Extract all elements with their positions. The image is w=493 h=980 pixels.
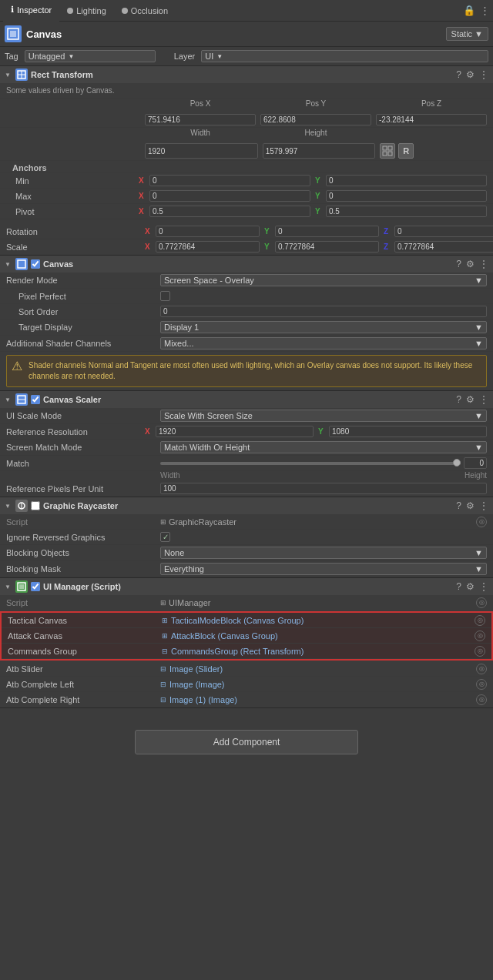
gr-help-icon[interactable]: ? bbox=[456, 500, 461, 511]
cs-more-icon[interactable]: ⋮ bbox=[479, 394, 488, 405]
canvas-scaler-checkbox[interactable] bbox=[31, 395, 40, 404]
canvas-scaler-header[interactable]: ▼ Canvas Scaler ? ⚙ ⋮ bbox=[0, 391, 493, 408]
rect-transform-section: ▼ Rect Transform ? ⚙ ⋮ Some values drive… bbox=[0, 66, 493, 256]
gr-script-select-icon[interactable]: ◎ bbox=[476, 517, 487, 527]
blocking-objects-dropdown[interactable]: None ▼ bbox=[160, 547, 487, 559]
tactical-select-icon[interactable]: ◎ bbox=[475, 615, 485, 626]
screen-match-dropdown[interactable]: Match Width Or Height ▼ bbox=[160, 441, 487, 453]
screen-match-row: Screen Match Mode Match Width Or Height … bbox=[0, 440, 493, 456]
add-component-button[interactable]: Add Component bbox=[135, 730, 358, 754]
uim-settings-icon[interactable]: ⚙ bbox=[466, 581, 475, 592]
anchor-max-y-input[interactable]: 0 bbox=[326, 190, 487, 202]
driven-message: Some values driven by Canvas. bbox=[0, 83, 493, 99]
layer-select[interactable]: UI ▼ bbox=[201, 50, 488, 62]
cs-settings-icon[interactable]: ⚙ bbox=[466, 394, 475, 405]
match-slider-sublabels: Width Height bbox=[0, 471, 493, 481]
pivot-x-input[interactable]: 0.5 bbox=[149, 206, 310, 217]
scale-z-input[interactable]: 0.7727864 bbox=[394, 241, 493, 253]
ui-manager-header[interactable]: ▼ UI Manager (Script) ? ⚙ ⋮ bbox=[0, 578, 493, 595]
anchor-min-y-input[interactable]: 0 bbox=[326, 175, 487, 186]
gr-settings-icon[interactable]: ⚙ bbox=[466, 500, 475, 511]
gr-script-value: ⊞ GraphicRaycaster ◎ bbox=[160, 517, 487, 527]
rot-y-input[interactable]: 0 bbox=[275, 226, 379, 237]
canvas-enabled-checkbox[interactable] bbox=[31, 259, 40, 269]
graphic-raycaster-header[interactable]: ▼ Graphic Raycaster ? ⚙ ⋮ bbox=[0, 497, 493, 514]
scale-y-input[interactable]: 0.7727864 bbox=[275, 241, 379, 253]
inspector-icon: ℹ bbox=[11, 5, 14, 15]
canvas-help-icon[interactable]: ? bbox=[456, 259, 461, 269]
pixel-perfect-checkbox[interactable] bbox=[160, 291, 170, 301]
tab-inspector[interactable]: ℹ Inspector bbox=[3, 0, 59, 22]
height-header: Height bbox=[260, 129, 371, 141]
sort-order-input[interactable]: 0 bbox=[160, 306, 487, 317]
rot-x-input[interactable]: 0 bbox=[156, 226, 260, 237]
pos-z-input[interactable]: -23.28144 bbox=[376, 114, 487, 125]
uim-enabled-checkbox[interactable] bbox=[31, 582, 40, 591]
width-input[interactable]: 1920 bbox=[145, 143, 258, 159]
static-chevron-icon: ▼ bbox=[475, 29, 483, 38]
attack-select-icon[interactable]: ◎ bbox=[475, 630, 485, 641]
ref-pixels-input[interactable]: 100 bbox=[160, 483, 487, 494]
tab-occlusion[interactable]: Occlusion bbox=[114, 0, 176, 22]
scale-x-input[interactable]: 0.7727864 bbox=[156, 241, 260, 253]
more-icon[interactable]: ⋮ bbox=[480, 5, 490, 16]
rotation-row: Rotation X 0 Y 0 Z 0 bbox=[0, 224, 493, 239]
lock-icon[interactable]: 🔒 bbox=[463, 5, 475, 16]
blocking-objects-chevron-icon: ▼ bbox=[475, 548, 483, 557]
tactical-canvas-label: Tactical Canvas bbox=[8, 616, 162, 625]
anchor-min-x-input[interactable]: 0 bbox=[149, 175, 310, 186]
tab-lighting-label: Lighting bbox=[76, 6, 106, 15]
anchor-max-label: Max bbox=[15, 192, 139, 201]
add-shader-dropdown[interactable]: Mixed... ▼ bbox=[160, 337, 487, 350]
ui-scale-row: UI Scale Mode Scale With Screen Size ▼ bbox=[0, 408, 493, 424]
height-input[interactable]: 1579.997 bbox=[263, 143, 376, 159]
blocking-objects-label: Blocking Objects bbox=[6, 548, 160, 557]
rect-more-icon[interactable]: ⋮ bbox=[479, 69, 488, 80]
pos-x-input[interactable]: 751.9416 bbox=[145, 114, 256, 125]
tab-lighting[interactable]: Lighting bbox=[59, 0, 114, 22]
static-badge[interactable]: Static ▼ bbox=[446, 27, 488, 41]
rect-settings-icon[interactable]: ⚙ bbox=[466, 69, 475, 80]
object-name-input[interactable]: Canvas bbox=[26, 28, 441, 40]
rot-z-input[interactable]: 0 bbox=[394, 226, 493, 237]
gr-more-icon[interactable]: ⋮ bbox=[479, 500, 488, 511]
ui-scale-dropdown[interactable]: Scale With Screen Size ▼ bbox=[160, 410, 487, 422]
rot-z-axis: Z bbox=[384, 227, 393, 236]
match-value-input[interactable]: 0 bbox=[464, 457, 487, 469]
ref-res-y-input[interactable]: 1080 bbox=[329, 426, 487, 437]
gr-enabled-checkbox[interactable] bbox=[31, 501, 40, 510]
canvas-header[interactable]: ▼ Canvas ? ⚙ ⋮ bbox=[0, 256, 493, 273]
atb-left-select-icon[interactable]: ◎ bbox=[476, 679, 487, 690]
ref-res-x-input[interactable]: 1920 bbox=[156, 426, 314, 437]
tag-select[interactable]: Untagged ▼ bbox=[25, 50, 156, 62]
atb-slider-select-icon[interactable]: ◎ bbox=[476, 664, 487, 674]
lighting-dot-icon bbox=[67, 8, 73, 14]
r-icon[interactable]: R bbox=[398, 143, 414, 159]
highlighted-group: Tactical Canvas ⊞ TacticalModeBlock (Can… bbox=[0, 611, 493, 661]
uim-help-icon[interactable]: ? bbox=[456, 581, 461, 592]
anchor-max-row: Max X 0 Y 0 bbox=[0, 189, 493, 204]
graphic-raycaster-section: ▼ Graphic Raycaster ? ⚙ ⋮ Script ⊞ Graph… bbox=[0, 497, 493, 578]
atb-left-row: Atb Complete Left ⊟ Image (Image) ◎ bbox=[0, 677, 493, 692]
canvas-more-icon[interactable]: ⋮ bbox=[479, 259, 488, 269]
pos-y-input[interactable]: 622.8608 bbox=[260, 114, 371, 125]
pivot-y-input[interactable]: 0.5 bbox=[326, 206, 487, 217]
rect-help-icon[interactable]: ? bbox=[456, 69, 461, 80]
target-display-dropdown[interactable]: Display 1 ▼ bbox=[160, 321, 487, 333]
canvas-settings-icon[interactable]: ⚙ bbox=[466, 259, 475, 269]
atb-right-select-icon[interactable]: ◎ bbox=[476, 694, 487, 705]
anchor-max-x-axis: X bbox=[139, 192, 148, 200]
render-mode-dropdown[interactable]: Screen Space - Overlay ▼ bbox=[160, 274, 487, 286]
match-slider-thumb[interactable] bbox=[453, 459, 461, 467]
uim-script-select-icon[interactable]: ◎ bbox=[476, 597, 487, 608]
pivot-x-axis: X bbox=[139, 207, 148, 216]
commands-select-icon[interactable]: ◎ bbox=[475, 646, 485, 657]
rect-transform-header[interactable]: ▼ Rect Transform ? ⚙ ⋮ bbox=[0, 66, 493, 83]
blocking-mask-dropdown[interactable]: Everything ▼ bbox=[160, 563, 487, 575]
ignore-reversed-checkbox[interactable]: ✓ bbox=[160, 532, 170, 542]
cs-help-icon[interactable]: ? bbox=[456, 394, 461, 405]
uim-more-icon[interactable]: ⋮ bbox=[479, 581, 488, 592]
anchor-icon[interactable] bbox=[380, 143, 395, 159]
anchor-max-x-input[interactable]: 0 bbox=[149, 190, 310, 202]
uim-title: UI Manager (Script) bbox=[43, 582, 121, 591]
